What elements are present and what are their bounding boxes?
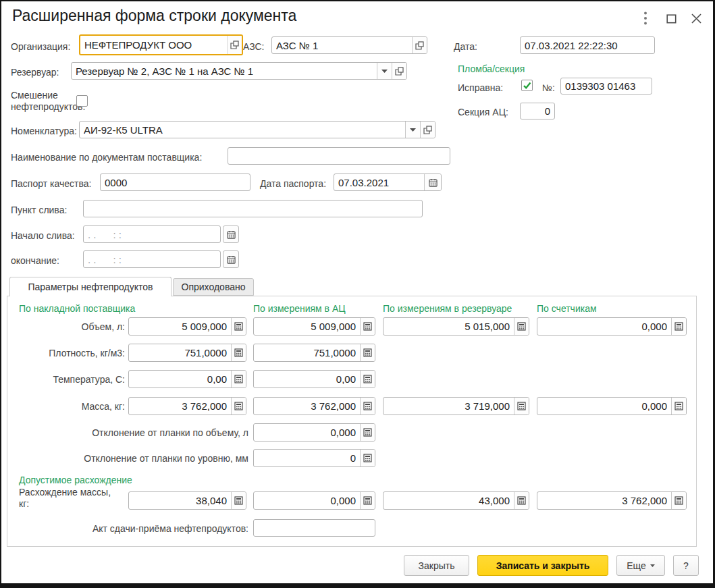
calculator-button[interactable] bbox=[514, 318, 529, 335]
calculator-button[interactable] bbox=[231, 398, 246, 415]
azs-open-button[interactable] bbox=[412, 37, 427, 53]
mass-discrepancy-reservoir-input[interactable] bbox=[383, 492, 514, 509]
mass-discrepancy-counters-field bbox=[537, 491, 687, 510]
calculator-button[interactable] bbox=[231, 318, 246, 335]
mixing-checkbox[interactable] bbox=[76, 95, 88, 107]
save-and-close-button[interactable]: Записать и закрыть bbox=[477, 555, 608, 576]
calculator-button[interactable] bbox=[360, 318, 375, 335]
supplier-doc-name-label: Наименование по документам поставщика: bbox=[11, 152, 202, 163]
volume-invoice-field bbox=[128, 317, 246, 336]
mass-reservoir-input[interactable] bbox=[383, 398, 514, 415]
calculator-button[interactable] bbox=[671, 318, 686, 335]
calculator-button[interactable] bbox=[360, 492, 375, 509]
date-input[interactable] bbox=[521, 37, 654, 53]
calendar-icon bbox=[227, 230, 236, 239]
mass-discrepancy-invoice-input[interactable] bbox=[129, 492, 231, 509]
reservoir-input[interactable] bbox=[72, 63, 377, 79]
calculator-button[interactable] bbox=[360, 344, 375, 361]
calculator-button[interactable] bbox=[231, 344, 246, 361]
seal-number-input[interactable] bbox=[561, 78, 652, 94]
calculator-icon bbox=[234, 322, 243, 331]
quality-passport-input[interactable] bbox=[101, 174, 250, 190]
reservoir-label: Резервуар: bbox=[11, 67, 59, 78]
mass-reservoir-field bbox=[383, 397, 529, 415]
drain-end-calendar-button[interactable] bbox=[223, 250, 239, 268]
volume-reservoir-input[interactable] bbox=[383, 318, 514, 335]
nomenclature-open-button[interactable] bbox=[420, 122, 435, 138]
deviation-volume-input[interactable] bbox=[254, 424, 360, 441]
mass-discrepancy-counters-input[interactable] bbox=[537, 492, 671, 509]
tab-received-label: Оприходовано bbox=[182, 282, 246, 292]
volume-invoice-input[interactable] bbox=[129, 318, 231, 335]
nomenclature-field bbox=[79, 121, 435, 138]
date-label: Дата: bbox=[454, 41, 477, 52]
seal-number-field bbox=[560, 78, 652, 95]
help-button[interactable]: ? bbox=[673, 555, 699, 576]
nomenclature-input[interactable] bbox=[80, 122, 405, 138]
truck-section-label: Секция АЦ: bbox=[458, 107, 508, 117]
calculator-button[interactable] bbox=[360, 424, 375, 441]
calculator-button[interactable] bbox=[231, 371, 246, 387]
calendar-icon bbox=[429, 178, 438, 187]
volume-truck-input[interactable] bbox=[254, 318, 360, 335]
mass-discrepancy-truck-input[interactable] bbox=[254, 492, 360, 509]
mass-truck-input[interactable] bbox=[254, 398, 360, 415]
calculator-button[interactable] bbox=[360, 450, 375, 466]
calculator-icon bbox=[517, 402, 526, 410]
column-header-truck: По измерениям в АЦ bbox=[253, 303, 346, 314]
volume-reservoir-field bbox=[383, 317, 529, 336]
density-row-label: Плотность, кг/м3: bbox=[14, 348, 125, 358]
drain-start-calendar-button[interactable] bbox=[223, 225, 239, 243]
reservoir-dropdown-button[interactable] bbox=[377, 63, 392, 79]
calculator-button[interactable] bbox=[671, 398, 686, 415]
deviation-level-input[interactable] bbox=[254, 450, 360, 466]
mass-counters-input[interactable] bbox=[537, 398, 671, 415]
azs-field bbox=[271, 36, 427, 54]
drain-point-input[interactable] bbox=[84, 201, 422, 217]
supplier-doc-name-field bbox=[228, 147, 450, 165]
organization-input[interactable] bbox=[80, 36, 227, 54]
calculator-button[interactable] bbox=[514, 492, 529, 509]
mass-invoice-input[interactable] bbox=[129, 398, 231, 415]
window-menu-button[interactable] bbox=[641, 10, 650, 26]
supplier-doc-name-input[interactable] bbox=[228, 148, 450, 164]
mass-counters-field bbox=[537, 397, 687, 415]
temperature-invoice-input[interactable] bbox=[129, 371, 231, 387]
calculator-icon bbox=[517, 496, 526, 505]
open-icon bbox=[395, 67, 404, 76]
calculator-icon bbox=[674, 402, 683, 410]
save-and-close-button-label: Записать и закрыть bbox=[496, 560, 590, 571]
temperature-truck-input[interactable] bbox=[254, 371, 360, 387]
volume-counters-input[interactable] bbox=[537, 318, 671, 335]
calculator-button[interactable] bbox=[231, 492, 246, 509]
maximize-button[interactable] bbox=[665, 13, 677, 25]
passport-date-calendar-button[interactable] bbox=[424, 174, 441, 190]
close-form-button[interactable]: Закрыть bbox=[404, 555, 469, 576]
tab-parameters[interactable]: Параметры нефтепродуктов bbox=[9, 277, 171, 296]
calculator-icon bbox=[234, 375, 243, 383]
nomenclature-dropdown-button[interactable] bbox=[405, 122, 420, 138]
chevron-down-icon bbox=[381, 70, 388, 73]
mass-truck-field bbox=[253, 397, 375, 415]
density-truck-input[interactable] bbox=[254, 344, 360, 361]
reservoir-open-button[interactable] bbox=[392, 63, 406, 79]
truck-section-input[interactable] bbox=[521, 103, 554, 119]
tab-received[interactable]: Оприходовано bbox=[173, 278, 254, 296]
drain-start-input[interactable] bbox=[84, 226, 220, 242]
drain-end-input[interactable] bbox=[84, 251, 220, 267]
calculator-button[interactable] bbox=[671, 492, 686, 509]
act-input[interactable] bbox=[254, 520, 375, 536]
azs-input[interactable] bbox=[272, 37, 412, 53]
density-invoice-input[interactable] bbox=[129, 344, 231, 361]
deviation-volume-label: Отклонение от планки по объему, л bbox=[41, 427, 248, 438]
calculator-button[interactable] bbox=[514, 398, 529, 415]
deviation-level-field bbox=[253, 449, 375, 467]
calculator-icon bbox=[234, 496, 243, 505]
close-button[interactable] bbox=[689, 11, 703, 25]
calculator-button[interactable] bbox=[360, 398, 375, 415]
passport-date-input[interactable] bbox=[334, 174, 424, 190]
organization-open-button[interactable] bbox=[227, 36, 242, 54]
seal-intact-checkbox[interactable] bbox=[521, 80, 533, 91]
more-button[interactable]: Еще bbox=[616, 555, 665, 576]
calculator-button[interactable] bbox=[360, 371, 375, 387]
